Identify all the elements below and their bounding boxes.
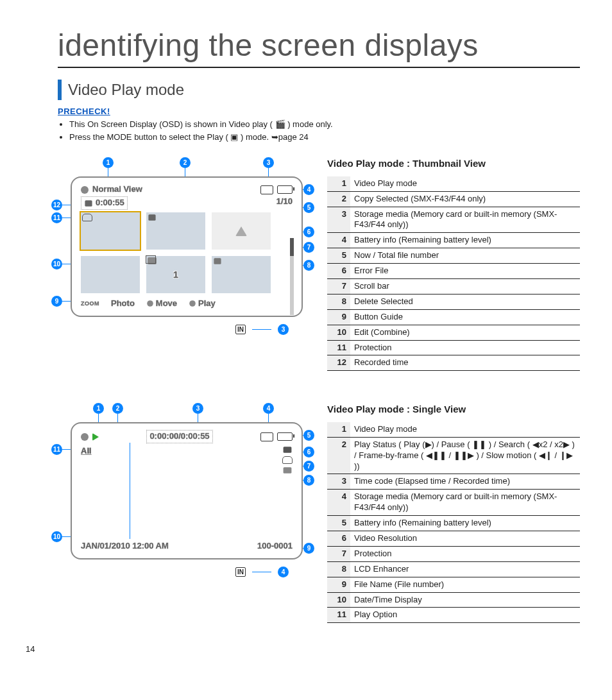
legend-number: 11 <box>327 608 350 623</box>
protection-icon <box>282 456 293 464</box>
legend-text: Video Play mode <box>350 176 580 191</box>
callout-4: 4 <box>263 403 274 414</box>
legend-number: 9 <box>327 577 350 592</box>
legend-text: Time code (Elapsed time / Recorded time) <box>350 474 580 490</box>
legend-text: Date/Time Display <box>350 592 580 608</box>
legend-number: 10 <box>327 325 350 340</box>
callout-2: 2 <box>112 403 123 414</box>
copy-icon <box>85 200 92 207</box>
legend-number: 8 <box>327 561 350 577</box>
copy-badge-icon <box>148 214 155 221</box>
legend-text: Video Resolution <box>350 531 580 546</box>
legend-text: Delete Selected <box>350 294 580 309</box>
callout-3-alt: 3 <box>278 324 289 335</box>
legend-text: Button Guide <box>350 309 580 325</box>
callout-7: 7 <box>303 242 314 253</box>
thumbnail-item[interactable] <box>81 212 140 250</box>
play-icon <box>189 301 196 307</box>
callout-3: 3 <box>263 157 274 168</box>
guide-play: Play <box>198 298 216 309</box>
play-option: All <box>81 446 92 474</box>
precheck-item: This On Screen Display (OSD) is shown in… <box>69 119 580 130</box>
storage-icon <box>260 432 273 441</box>
storage-icon <box>260 185 273 194</box>
file-counter: 1/10 <box>276 196 293 210</box>
thumbnail-item[interactable]: 1 <box>146 256 205 293</box>
table-row: 5Now / Total file number <box>327 248 580 264</box>
legend-number: 11 <box>327 340 350 355</box>
table-row: 12Recorded time <box>327 355 580 371</box>
single-screen: 0:00:00/0:00:55 All JAN/01/2010 12:00 AM… <box>71 422 303 559</box>
callout-4-alt: 4 <box>278 567 289 577</box>
legend-number: 3 <box>327 474 350 490</box>
table-row: 11Protection <box>327 340 580 355</box>
callout-3: 3 <box>192 403 203 414</box>
callout-7: 7 <box>303 461 314 472</box>
legend-text: Protection <box>350 340 580 355</box>
thumbnail-item[interactable] <box>212 256 271 293</box>
normal-view-label: Normal View <box>92 184 142 195</box>
callout-8: 8 <box>303 260 314 271</box>
callout-9: 9 <box>51 296 62 307</box>
legend-number: 9 <box>327 309 350 325</box>
guide-photo: Photo <box>111 298 135 309</box>
legend-text: File Name (File number) <box>350 577 580 592</box>
thumbnail-item[interactable] <box>146 212 205 250</box>
legend-text: Error File <box>350 264 580 279</box>
precheck-label: PRECHECK! <box>58 107 580 117</box>
button-guide: ZOOM Photo Move Play <box>81 298 293 309</box>
table-row: 4Battery info (Remaining battery level) <box>327 233 580 248</box>
legend-number: 5 <box>327 516 350 531</box>
legend-number: 8 <box>327 294 350 309</box>
callout-9: 9 <box>303 543 314 554</box>
page-number: 14 <box>26 644 35 655</box>
legend-number: 10 <box>327 592 350 608</box>
in-memory-icon: IN <box>235 325 246 334</box>
datetime-display: JAN/01/2010 12:00 AM <box>81 541 169 552</box>
thumbnail-legend-table: 1Video Play mode2Copy Selected (SMX-F43/… <box>327 176 580 371</box>
table-row: 9File Name (File number) <box>327 577 580 592</box>
thumbnail-table-title: Video Play mode : Thumbnail View <box>327 157 580 170</box>
legend-number: 7 <box>327 278 350 294</box>
legend-text: Battery info (Remaining battery level) <box>350 516 580 531</box>
table-row: 3Storage media (Memory card or built-in … <box>327 207 580 233</box>
table-row: 10Edit (Combine) <box>327 325 580 340</box>
battery-icon <box>277 185 293 194</box>
play-status-icon <box>92 433 99 441</box>
in-memory-icon: IN <box>235 567 246 577</box>
legend-text: Play Status ( Play (▶) / Pause ( ❚❚ ) / … <box>350 437 580 474</box>
table-row: 3Time code (Elapsed time / Recorded time… <box>327 474 580 490</box>
callout-2: 2 <box>180 157 191 168</box>
legend-text: LCD Enhancer <box>350 561 580 577</box>
callout-8: 8 <box>303 475 314 486</box>
precheck-item: Press the MODE button to select the Play… <box>69 132 580 143</box>
protection-icon <box>82 214 92 221</box>
playmode-icon <box>81 186 89 194</box>
table-row: 9Button Guide <box>327 309 580 325</box>
guide-move: Move <box>156 298 177 309</box>
table-row: 8Delete Selected <box>327 294 580 309</box>
callout-12: 12 <box>51 200 62 210</box>
legend-text: Now / Total file number <box>350 248 580 264</box>
table-row: 10Date/Time Display <box>327 592 580 608</box>
legend-number: 2 <box>327 191 350 207</box>
thumbnail-item[interactable] <box>81 256 140 293</box>
callout-4: 4 <box>303 184 314 195</box>
legend-text: Storage media (Memory card or built-in m… <box>350 207 580 233</box>
table-row: 1Video Play mode <box>327 422 580 437</box>
callout-5: 5 <box>303 202 314 213</box>
table-row: 1Video Play mode <box>327 176 580 191</box>
scroll-bar[interactable] <box>290 238 294 315</box>
thumbnail-item[interactable] <box>212 212 271 250</box>
legend-text: Battery info (Remaining battery level) <box>350 233 580 248</box>
legend-text: Recorded time <box>350 355 580 371</box>
timecode: 0:00:00/0:00:55 <box>146 430 212 443</box>
legend-text: Scroll bar <box>350 278 580 294</box>
table-row: 4Storage media (Memory card or built-in … <box>327 490 580 516</box>
table-row: 2Copy Selected (SMX-F43/F44 only) <box>327 191 580 207</box>
table-row: 2Play Status ( Play (▶) / Pause ( ❚❚ ) /… <box>327 437 580 474</box>
legend-number: 2 <box>327 437 350 474</box>
error-icon <box>235 226 247 236</box>
legend-number: 4 <box>327 233 350 248</box>
table-row: 8LCD Enhancer <box>327 561 580 577</box>
